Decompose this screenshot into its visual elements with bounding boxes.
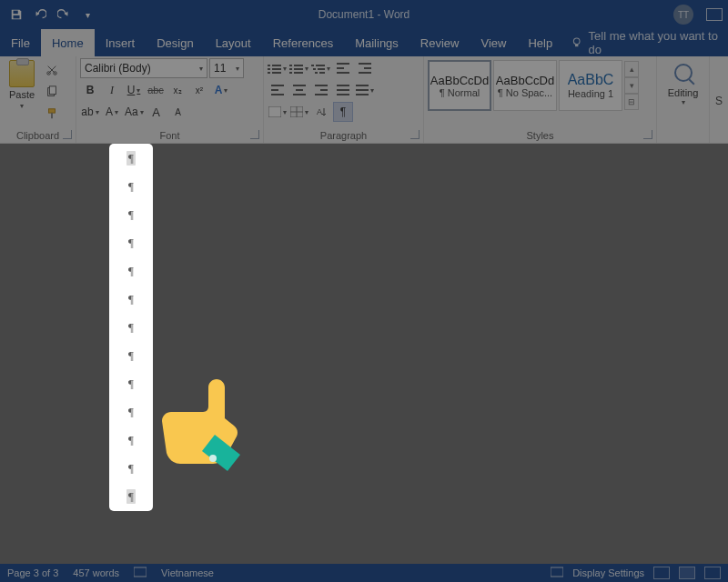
undo-icon[interactable] bbox=[33, 7, 47, 22]
tab-home[interactable]: Home bbox=[41, 29, 95, 56]
status-words[interactable]: 457 words bbox=[73, 567, 119, 578]
pilcrow-mark: ¶ bbox=[128, 461, 134, 476]
change-case-button[interactable]: Aa bbox=[124, 102, 145, 122]
format-painter-button[interactable] bbox=[42, 104, 62, 124]
tab-file[interactable]: File bbox=[0, 29, 41, 56]
increase-indent-button[interactable] bbox=[355, 58, 375, 78]
bullets-button[interactable] bbox=[268, 58, 288, 78]
tab-mailings[interactable]: Mailings bbox=[344, 29, 410, 56]
svg-point-2 bbox=[574, 38, 581, 45]
svg-rect-17 bbox=[551, 567, 563, 577]
group-styles: AaBbCcDd ¶ Normal AaBbCcDd ¶ No Spac... … bbox=[424, 56, 657, 143]
highlighted-paragraph-strip: ¶ ¶ ¶ ¶ ¶ ¶ ¶ ¶ ¶ ¶ ¶ ¶ ¶ bbox=[111, 146, 151, 509]
cut-button[interactable] bbox=[42, 60, 62, 80]
group-editing: Editing ▾ bbox=[657, 56, 710, 143]
underline-button[interactable]: U bbox=[124, 80, 144, 100]
shading-button[interactable] bbox=[268, 102, 288, 122]
group-paragraph-label: Paragraph bbox=[264, 130, 423, 141]
styles-gallery-expand[interactable]: ⊟ bbox=[624, 94, 639, 110]
tab-layout[interactable]: Layout bbox=[205, 29, 262, 56]
pilcrow-mark: ¶ bbox=[128, 320, 134, 335]
paste-button[interactable]: Paste ▾ bbox=[4, 60, 40, 124]
style-nospacing[interactable]: AaBbCcDd ¶ No Spac... bbox=[493, 60, 557, 111]
save-icon[interactable] bbox=[9, 7, 24, 22]
line-spacing-button[interactable] bbox=[355, 80, 375, 100]
tab-design[interactable]: Design bbox=[146, 29, 204, 56]
group-paragraph: A ¶ Paragraph bbox=[264, 56, 424, 143]
style-normal[interactable]: AaBbCcDd ¶ Normal bbox=[428, 60, 491, 111]
show-hide-pilcrow-button[interactable]: ¶ bbox=[333, 102, 353, 122]
bold-button[interactable]: B bbox=[80, 80, 100, 100]
clipboard-dialog-launcher[interactable] bbox=[63, 130, 72, 139]
svg-rect-9 bbox=[51, 113, 53, 118]
qat-customize-icon[interactable]: ▾ bbox=[80, 7, 95, 22]
align-center-button[interactable] bbox=[289, 80, 309, 100]
tab-insert[interactable]: Insert bbox=[95, 29, 147, 56]
italic-button[interactable]: I bbox=[102, 80, 122, 100]
style-heading1[interactable]: AaBbC Heading 1 bbox=[559, 60, 622, 111]
decrease-indent-button[interactable] bbox=[333, 58, 353, 78]
font-size-combo[interactable]: 11▾ bbox=[209, 58, 244, 78]
tell-me-search[interactable]: Tell me what you want to do bbox=[571, 29, 728, 56]
font-dialog-launcher[interactable] bbox=[250, 130, 259, 139]
superscript-button[interactable]: x bbox=[189, 80, 209, 100]
display-settings-label[interactable]: Display Settings bbox=[572, 567, 644, 578]
svg-rect-1 bbox=[14, 15, 20, 19]
styles-scroll: ▴ ▾ ⊟ bbox=[624, 61, 639, 110]
multilevel-list-button[interactable] bbox=[311, 58, 331, 78]
justify-button[interactable] bbox=[333, 80, 353, 100]
group-font-label: Font bbox=[76, 130, 263, 141]
copy-button[interactable] bbox=[42, 82, 62, 102]
borders-button[interactable] bbox=[289, 102, 309, 122]
tab-review[interactable]: Review bbox=[410, 29, 470, 56]
ribbon-display-options-icon[interactable] bbox=[706, 8, 723, 21]
status-page[interactable]: Page 3 of 3 bbox=[7, 567, 58, 578]
status-language[interactable]: Vietnamese bbox=[161, 567, 214, 578]
editing-label: Editing bbox=[668, 87, 699, 98]
tab-view[interactable]: View bbox=[470, 29, 517, 56]
truncated-label: S bbox=[715, 95, 723, 107]
numbering-button[interactable] bbox=[289, 58, 309, 78]
tell-me-label: Tell me what you want to do bbox=[589, 29, 728, 56]
tab-references[interactable]: References bbox=[262, 29, 344, 56]
style-heading1-label: Heading 1 bbox=[568, 88, 613, 99]
tab-help[interactable]: Help bbox=[517, 29, 563, 56]
redo-icon[interactable] bbox=[56, 7, 71, 22]
align-left-button[interactable] bbox=[268, 80, 288, 100]
pointing-hand-icon bbox=[153, 371, 253, 471]
svg-point-15 bbox=[209, 455, 217, 462]
paragraph-dialog-launcher[interactable] bbox=[410, 130, 420, 139]
align-right-button[interactable] bbox=[311, 80, 331, 100]
ribbon-tabs: File Home Insert Design Layout Reference… bbox=[0, 29, 728, 56]
font-name-value: Calibri (Body) bbox=[85, 62, 151, 75]
style-heading1-preview: AaBbC bbox=[568, 72, 614, 88]
styles-scroll-down[interactable]: ▾ bbox=[624, 77, 639, 94]
pilcrow-mark: ¶ bbox=[128, 207, 134, 222]
document-title: Document1 - Word bbox=[318, 8, 410, 21]
styles-dialog-launcher[interactable] bbox=[643, 130, 652, 139]
document-area[interactable] bbox=[0, 144, 728, 566]
text-effects-button[interactable]: A bbox=[211, 80, 231, 100]
grow-font-button[interactable]: A bbox=[147, 102, 167, 122]
account-avatar[interactable]: TT bbox=[673, 5, 693, 25]
sort-button[interactable]: A bbox=[311, 102, 331, 122]
font-name-combo[interactable]: Calibri (Body)▾ bbox=[80, 58, 207, 78]
view-print-layout-button[interactable] bbox=[679, 567, 695, 579]
style-normal-label: ¶ Normal bbox=[440, 87, 480, 98]
font-size-value: 11 bbox=[214, 62, 226, 75]
shrink-font-button[interactable]: A bbox=[168, 102, 188, 122]
subscript-button[interactable]: x bbox=[167, 80, 187, 100]
font-color-button[interactable]: A bbox=[102, 102, 122, 122]
pilcrow-mark: ¶ bbox=[126, 489, 136, 504]
pilcrow-mark: ¶ bbox=[126, 151, 136, 166]
view-read-mode-button[interactable] bbox=[653, 567, 670, 579]
text-highlight-button[interactable]: ab bbox=[80, 102, 100, 122]
pilcrow-mark: ¶ bbox=[128, 376, 134, 391]
strikethrough-button[interactable]: abc bbox=[146, 80, 166, 100]
ribbon: Paste ▾ Clipboard Calibri (Body)▾ 11▾ B … bbox=[0, 56, 728, 144]
status-proofing-icon[interactable] bbox=[134, 567, 147, 579]
styles-scroll-up[interactable]: ▴ bbox=[624, 61, 639, 77]
find-icon[interactable] bbox=[674, 64, 693, 82]
view-web-layout-button[interactable] bbox=[704, 567, 721, 579]
display-settings-icon[interactable] bbox=[551, 567, 563, 579]
